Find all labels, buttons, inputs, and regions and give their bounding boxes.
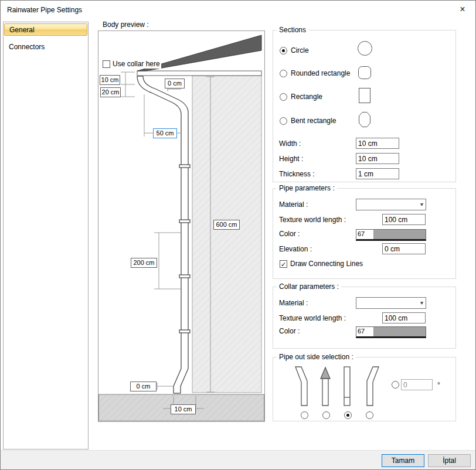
collar-material-select[interactable]: ▾ <box>356 297 426 309</box>
pipe-out-side-group-title: Pipe out side selection : <box>277 353 356 361</box>
chevron-down-icon: ▾ <box>420 299 423 306</box>
sidebar: General Connectors <box>3 22 89 449</box>
pipe-elevation-label: Elevation : <box>279 245 312 253</box>
collar-texture-length-label: Texture world length : <box>279 314 346 322</box>
rectangle-shape-icon <box>358 87 371 104</box>
dim-gutter-height[interactable]: 10 cm <box>100 75 120 85</box>
dim-bottom-elevation[interactable]: 0 cm <box>130 382 157 391</box>
collar-texture-length-input[interactable] <box>382 312 426 323</box>
cancel-button[interactable]: İptal <box>428 454 471 467</box>
dim-segment-length[interactable]: 200 cm <box>131 258 157 268</box>
collar-color-index: 67 <box>356 327 374 336</box>
pipe-out-angle-input[interactable] <box>401 379 433 390</box>
height-input[interactable] <box>356 153 399 164</box>
window-title: Rainwater Pipe Settings <box>7 6 82 14</box>
sidebar-item-connectors[interactable]: Connectors <box>4 41 87 53</box>
radio-circle-label[interactable]: Circle <box>291 46 309 55</box>
ok-button[interactable]: Tamam <box>382 454 424 467</box>
degree-symbol: ° <box>437 381 440 389</box>
radio-rectangle-label[interactable]: Rectangle <box>291 93 322 101</box>
pipe-texture-length-label: Texture world length : <box>279 216 346 224</box>
rainwater-pipe-settings-dialog: Rainwater Pipe Settings × General Connec… <box>0 0 476 470</box>
dim-top-offset[interactable]: 0 cm <box>165 79 185 88</box>
pipe-texture-length-input[interactable] <box>382 214 426 225</box>
dim-bottom-offset[interactable]: 10 cm <box>171 404 196 414</box>
sections-group: Sections Circle Rounded rectangle Rectan… <box>273 30 456 182</box>
pipe-color-swatch <box>374 230 426 239</box>
width-label: Width : <box>279 139 301 148</box>
thickness-label: Thickness : <box>279 170 315 178</box>
radio-bent-rectangle-label[interactable]: Bent rectangle <box>291 117 336 125</box>
collar-color-label: Color : <box>279 327 300 335</box>
radio-circle[interactable] <box>280 47 287 55</box>
pipe-parameters-group: Pipe parameters : Material : ▾ Texture w… <box>273 188 456 279</box>
radio-pipe-out-angle[interactable] <box>392 381 399 389</box>
dim-wall-height[interactable]: 600 cm <box>213 220 240 230</box>
close-icon[interactable]: × <box>457 4 468 15</box>
radio-rounded-rectangle[interactable] <box>280 70 287 77</box>
radio-pipe-out-3[interactable] <box>344 411 352 419</box>
pipe-elevation-input[interactable] <box>382 243 426 254</box>
pipe-out-straight-icon <box>337 366 358 407</box>
draw-connecting-lines-label[interactable]: Draw Connecting Lines <box>290 260 363 268</box>
height-label: Height : <box>279 155 303 163</box>
footer: Tamam İptal <box>1 451 476 470</box>
pipe-out-bend-left-icon <box>294 366 315 407</box>
body-preview-panel: Use collar here 10 cm 20 cm 0 cm 50 cm 6… <box>98 30 265 422</box>
collar-parameters-group-title: Collar parameters : <box>277 282 341 291</box>
eave-board <box>137 71 261 76</box>
rounded-rectangle-shape-icon <box>358 66 372 80</box>
radio-bent-rectangle[interactable] <box>280 117 287 125</box>
wall <box>192 76 261 393</box>
sections-group-title: Sections <box>277 26 308 34</box>
collar-color-picker[interactable]: 67 <box>356 326 426 338</box>
radio-pipe-out-1[interactable] <box>301 411 308 419</box>
dim-wall-distance[interactable]: 50 cm <box>153 128 177 138</box>
radio-pipe-out-4[interactable] <box>366 411 373 419</box>
collar-parameters-group: Collar parameters : Material : ▾ Texture… <box>273 287 456 349</box>
radio-rectangle[interactable] <box>280 93 287 101</box>
body-preview-title: Body preview : <box>103 21 149 29</box>
draw-connecting-lines-checkbox[interactable]: ✓ <box>280 260 287 268</box>
bent-rectangle-shape-icon <box>358 111 371 128</box>
pipe-out-side-group: Pipe out side selection : ° <box>273 357 456 421</box>
dim-gutter-depth[interactable]: 20 cm <box>100 87 121 97</box>
use-collar-checkbox[interactable] <box>103 60 110 68</box>
titlebar: Rainwater Pipe Settings × <box>1 1 475 18</box>
collar-color-swatch <box>374 327 426 336</box>
pipe-material-select[interactable]: ▾ <box>356 199 426 210</box>
sidebar-item-general[interactable]: General <box>4 23 87 36</box>
pipe-out-bend-right-icon <box>359 366 380 407</box>
chevron-down-icon: ▾ <box>420 201 423 207</box>
thickness-input[interactable] <box>356 168 399 179</box>
pipe-color-picker[interactable]: 67 <box>356 229 426 241</box>
gutter-and-downpipe <box>137 76 190 393</box>
circle-shape-icon <box>357 40 373 56</box>
pipe-out-pointed-icon <box>315 366 336 407</box>
pipe-parameters-group-title: Pipe parameters : <box>277 184 337 192</box>
pipe-color-label: Color : <box>279 230 300 238</box>
radio-pipe-out-2[interactable] <box>322 411 330 419</box>
pipe-material-label: Material : <box>279 200 308 209</box>
width-input[interactable] <box>356 138 399 149</box>
pipe-color-index: 67 <box>356 230 374 239</box>
use-collar-checkbox-row: Use collar here <box>101 59 161 69</box>
use-collar-label[interactable]: Use collar here <box>113 60 160 68</box>
collar-material-label: Material : <box>279 299 308 307</box>
radio-rounded-rectangle-label[interactable]: Rounded rectangle <box>291 69 350 77</box>
